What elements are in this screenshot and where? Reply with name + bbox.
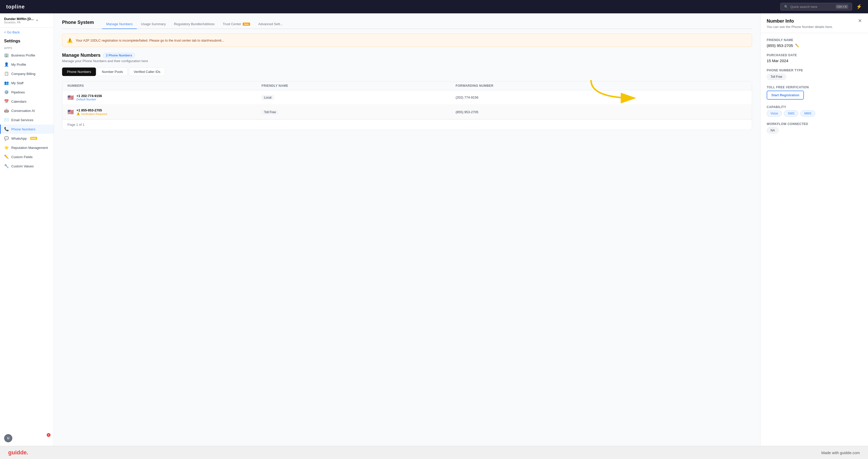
email-icon: ✉️ bbox=[4, 118, 9, 122]
capability-group: Capability Voice SMS MMS bbox=[767, 105, 862, 117]
col-numbers: Numbers bbox=[67, 84, 261, 88]
flag-us-icon: 🇺🇸 bbox=[67, 94, 74, 101]
sidebar-item-label: Pipelines bbox=[11, 90, 25, 94]
topbar: topline 🔍 Quick search here Ctrl + K ⚡ bbox=[0, 0, 868, 13]
sub-tab-number-pools[interactable]: Number Pools bbox=[97, 67, 128, 76]
alert-message: Your A2P 10DLC registration is incomplet… bbox=[76, 38, 224, 42]
sidebar-item-whatsapp[interactable]: 💬 WhatsApp beta bbox=[0, 134, 54, 143]
user-avatar[interactable]: U 7 bbox=[4, 434, 50, 442]
section-header: Manage Numbers 2 Phone Numbers Manage yo… bbox=[62, 53, 752, 63]
close-icon[interactable]: ✕ bbox=[858, 19, 862, 23]
whatsapp-icon: 💬 bbox=[4, 136, 9, 141]
sidebar-item-label: Reputation Management bbox=[11, 146, 48, 150]
search-placeholder: Quick search here bbox=[790, 5, 817, 9]
workflow-pill: NA bbox=[767, 127, 779, 134]
new-badge: New bbox=[243, 23, 250, 26]
type-pill: Toll Free bbox=[767, 74, 786, 80]
workflow-connected-group: Workflow Connected NA bbox=[767, 122, 862, 134]
user-icon: 👤 bbox=[4, 62, 9, 67]
type-badge-local: Local bbox=[261, 95, 274, 100]
forwarding-cell-2: (855) 953-2705 bbox=[456, 110, 650, 114]
sidebar-item-label: Custom Fields bbox=[11, 155, 33, 159]
capability-pills: Voice SMS MMS bbox=[767, 110, 862, 117]
tab-manage-numbers[interactable]: Manage Numbers bbox=[102, 20, 137, 29]
panel-subtitle: You can see the Phone Number details her… bbox=[767, 25, 833, 29]
alert-icon: ⚠️ bbox=[67, 37, 72, 43]
sidebar-item-my-staff[interactable]: 👥 My Staff bbox=[0, 78, 54, 88]
friendly-name-value: (855) 953-2705 ✏️ bbox=[767, 44, 862, 48]
sidebar-item-conversation-ai[interactable]: 🤖 Conversation AI bbox=[0, 106, 54, 115]
calendar-icon: 📅 bbox=[4, 99, 9, 104]
sidebar-item-reputation-management[interactable]: ⭐ Reputation Management bbox=[0, 143, 54, 152]
mms-pill: MMS bbox=[800, 110, 815, 117]
notification-badge: 7 bbox=[47, 433, 51, 437]
guidde-logo: guidde. bbox=[8, 449, 28, 456]
phone-number-type-value: Toll Free bbox=[767, 74, 862, 80]
phone-number-2: +1 855-953-2705 bbox=[76, 108, 107, 112]
sidebar-item-business-profile[interactable]: 🏢 Business Profile bbox=[0, 51, 54, 60]
sidebar-item-label: My Profile bbox=[11, 63, 26, 66]
toll-free-verification-value: Start Registration bbox=[767, 91, 862, 99]
table-row[interactable]: 🇺🇸 +1 855-953-2705 ⚠️ Verification Requi… bbox=[62, 105, 752, 119]
tab-trust-center[interactable]: Trust Center New bbox=[219, 20, 254, 29]
capability-label: Capability bbox=[767, 105, 862, 109]
sub-tab-phone-numbers[interactable]: Phone Numbers bbox=[62, 67, 96, 76]
account-selector[interactable]: Dunder Mifflin [D... Scranton, PA ▼ bbox=[0, 13, 54, 28]
account-name: Dunder Mifflin [D... bbox=[4, 17, 34, 21]
search-shortcut: Ctrl + K bbox=[836, 5, 848, 9]
page-tabs: Phone System Manage Numbers Usage Summar… bbox=[62, 20, 752, 29]
phone-number-type-group: Phone Number Type Toll Free bbox=[767, 68, 862, 80]
type-cell-2: Toll Free bbox=[261, 110, 456, 114]
start-registration-button[interactable]: Start Registration bbox=[767, 91, 804, 99]
default-number-badge[interactable]: Default Number bbox=[76, 98, 102, 101]
col-friendly-name: Friendly Name bbox=[261, 84, 456, 88]
page-title: Phone System bbox=[62, 20, 94, 28]
lightning-icon[interactable]: ⚡ bbox=[856, 4, 862, 9]
purchased-date-value: 15 Mar 2024 bbox=[767, 59, 862, 63]
sidebar-item-pipelines[interactable]: ⚙️ Pipelines bbox=[0, 88, 54, 97]
sidebar-item-company-billing[interactable]: 📋 Company Billing bbox=[0, 69, 54, 78]
staff-icon: 👥 bbox=[4, 81, 9, 85]
sidebar-item-label: Conversation AI bbox=[11, 109, 35, 113]
sidebar-item-calendars[interactable]: 📅 Calendars bbox=[0, 97, 54, 106]
table-row: 🇺🇸 +1 202-774-9156 Default Number Local … bbox=[62, 90, 752, 105]
sidebar-item-my-profile[interactable]: 👤 My Profile bbox=[0, 60, 54, 69]
panel-body: Friendly Name (855) 953-2705 ✏️ Purchase… bbox=[761, 33, 868, 144]
voice-pill: Voice bbox=[767, 110, 782, 117]
workflow-connected-label: Workflow Connected bbox=[767, 122, 862, 126]
tab-advanced-settings[interactable]: Advanced Sett... bbox=[254, 20, 287, 29]
sidebar-item-email-services[interactable]: ✉️ Email Services bbox=[0, 115, 54, 124]
verification-badge: ⚠️ Verification Required bbox=[76, 112, 107, 116]
search-bar[interactable]: 🔍 Quick search here Ctrl + K bbox=[780, 3, 852, 10]
panel-title: Number Info bbox=[767, 19, 833, 24]
sub-tab-verified-caller-ids[interactable]: Verified Caller IDs bbox=[129, 67, 165, 76]
sidebar-item-custom-values[interactable]: 🔧 Custom Values bbox=[0, 162, 54, 171]
custom-fields-icon: ✏️ bbox=[4, 154, 9, 159]
sidebar-item-label: Phone Numbers bbox=[11, 127, 35, 131]
sidebar-item-label: My Staff bbox=[11, 81, 23, 85]
sidebar-item-label: WhatsApp bbox=[11, 137, 27, 140]
edit-icon[interactable]: ✏️ bbox=[795, 44, 799, 48]
sidebar-item-label: Business Profile bbox=[11, 53, 35, 57]
section-title: Manage Numbers 2 Phone Numbers bbox=[62, 53, 148, 58]
col-actions bbox=[650, 84, 747, 88]
tab-regulatory-bundle[interactable]: Regulatory Bundle/Address bbox=[170, 20, 219, 29]
custom-values-icon: 🔧 bbox=[4, 164, 9, 168]
sidebar-item-custom-fields[interactable]: ✏️ Custom Fields bbox=[0, 152, 54, 162]
sms-pill: SMS bbox=[784, 110, 798, 117]
tab-usage-summary[interactable]: Usage Summary bbox=[137, 20, 170, 29]
ai-icon: 🤖 bbox=[4, 108, 9, 113]
beta-badge: beta bbox=[30, 137, 37, 140]
sidebar-item-label: Email Services bbox=[11, 118, 33, 122]
type-cell-1: Local bbox=[261, 95, 456, 100]
sidebar-item-label: Calendars bbox=[11, 99, 26, 104]
sidebar-item-phone-numbers[interactable]: 📞 Phone Numbers bbox=[0, 124, 54, 134]
go-back-button[interactable]: < Go Back bbox=[0, 28, 54, 37]
table-header: Numbers Friendly Name Forwarding Number bbox=[62, 81, 752, 90]
pagination: Page 1 of 1 bbox=[62, 119, 752, 130]
avatar-circle: U bbox=[4, 434, 12, 442]
col-forwarding: Forwarding Number bbox=[456, 84, 650, 88]
friendly-name-group: Friendly Name (855) 953-2705 ✏️ bbox=[767, 38, 862, 48]
avatar-section: U 7 bbox=[0, 431, 54, 446]
settings-heading: Settings bbox=[0, 37, 54, 45]
